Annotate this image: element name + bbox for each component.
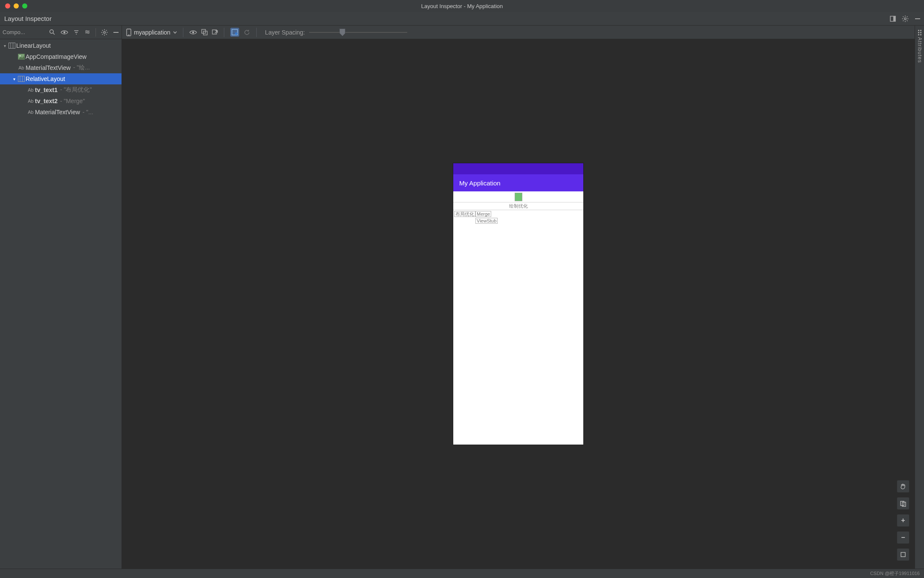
svg-rect-1 (893, 16, 895, 21)
node-suffix: - "布局优化" (58, 86, 92, 94)
canvas-toolbar: myapplication (122, 26, 915, 39)
watermark: CSDN @橙子19911016 (870, 570, 920, 577)
slider-thumb[interactable] (339, 29, 345, 36)
pan-tool-button[interactable] (897, 480, 910, 493)
device-canvas[interactable]: My Application 绘制优化 布局优化 Merge ViewStub (122, 39, 915, 569)
node-type-icon (17, 54, 26, 60)
node-type-icon (8, 43, 16, 49)
rotate-3d-button[interactable] (897, 497, 910, 510)
attributes-label: Attributes (917, 35, 923, 63)
zoom-fit-button[interactable] (897, 548, 910, 561)
tree-row[interactable]: AbMaterialTextView - "绘... (0, 62, 122, 73)
node-type-icon: Ab (26, 98, 35, 104)
node-suffix: - "... (80, 109, 93, 116)
expand-arrow-icon[interactable]: ▾ (11, 77, 17, 81)
process-selector[interactable]: myapplication (126, 29, 177, 36)
expand-arrow-icon[interactable]: ▾ (2, 43, 8, 48)
node-label: LinearLayout (16, 42, 51, 49)
toolwindow-header: Layout Inspector (0, 12, 924, 26)
visibility-icon[interactable] (61, 30, 68, 35)
svg-rect-11 (915, 18, 920, 19)
svg-line-9 (903, 20, 904, 21)
svg-point-12 (50, 30, 53, 33)
titlebar: Layout Inspector - My Application (0, 0, 924, 12)
filter-icon[interactable] (73, 29, 79, 35)
layer-spacing-label: Layer Spacing: (263, 29, 305, 36)
close-window-button[interactable] (5, 3, 10, 9)
window-mode-icon[interactable] (890, 16, 896, 22)
svg-line-13 (53, 33, 55, 35)
tree-row[interactable]: Abtv_text2 - "Merge" (0, 95, 122, 107)
attributes-icon (918, 30, 921, 35)
node-suffix: - "绘... (71, 64, 90, 72)
svg-line-10 (907, 16, 908, 17)
canvas-float-controls: + − (897, 480, 910, 561)
tree-row[interactable]: ▾LinearLayout (0, 40, 122, 51)
node-label: RelativeLayout (26, 75, 65, 82)
export-icon[interactable] (212, 29, 218, 35)
svg-point-36 (20, 55, 21, 57)
svg-line-27 (102, 30, 103, 31)
node-label: MaterialTextView (35, 109, 80, 116)
component-tree-panel: Compo... (0, 26, 122, 569)
svg-rect-37 (18, 76, 25, 82)
component-tree-title: Compo... (3, 29, 25, 35)
footer: CSDN @橙子19911016 (0, 569, 924, 578)
preview-tv-text2: Merge (475, 211, 491, 217)
zoom-out-button[interactable]: − (897, 531, 910, 544)
minimize-window-button[interactable] (14, 3, 19, 9)
node-label: tv_text2 (35, 98, 58, 104)
more-options-gear-icon[interactable] (101, 29, 108, 36)
preview-app-bar: My Application (453, 174, 583, 191)
node-type-icon: Ab (26, 110, 35, 115)
zoom-in-button[interactable]: + (897, 514, 910, 527)
overlay-icon[interactable] (201, 29, 208, 35)
svg-line-30 (106, 30, 107, 31)
node-label: MaterialTextView (26, 64, 71, 71)
phone-icon (126, 29, 131, 36)
preview-status-bar (453, 163, 583, 174)
recompose-highlight-icon[interactable] (230, 28, 239, 37)
svg-line-29 (102, 34, 103, 35)
chevron-down-icon (173, 31, 177, 34)
tree-row[interactable]: Abtv_text1 - "布局优化" (0, 84, 122, 95)
attributes-gutter[interactable]: Attributes (915, 26, 924, 569)
tree-row[interactable]: AppCompatImageView (0, 51, 122, 62)
node-label: AppCompatImageView (26, 53, 87, 60)
svg-point-42 (192, 31, 194, 33)
hide-panel-icon[interactable] (915, 16, 921, 22)
main-row: Compo... (0, 26, 924, 569)
tree-row[interactable]: AbMaterialTextView - "... (0, 107, 122, 118)
svg-line-7 (903, 16, 904, 17)
process-name: myapplication (134, 29, 171, 36)
svg-point-2 (904, 17, 906, 19)
svg-point-22 (104, 31, 105, 33)
preview-app-title: My Application (459, 179, 501, 187)
window-controls (0, 3, 27, 9)
component-tree[interactable]: ▾LinearLayoutAppCompatImageViewAbMateria… (0, 39, 122, 569)
preview-text-row: 绘制优化 (453, 202, 583, 210)
preview-imageview (515, 193, 522, 201)
search-icon[interactable] (49, 29, 55, 35)
preview-tv-text1: 布局优化 (454, 211, 475, 217)
collapse-panel-icon[interactable] (113, 29, 119, 35)
filter-options-icon[interactable] (84, 29, 90, 35)
maximize-window-button[interactable] (22, 3, 27, 9)
layer-spacing-slider[interactable] (309, 28, 407, 37)
svg-rect-51 (901, 552, 905, 557)
preview-content: 绘制优化 布局优化 Merge ViewStub (453, 191, 583, 445)
preview-viewstub: ViewStub (475, 218, 498, 224)
toolwindow-title: Layout Inspector (4, 15, 52, 22)
settings-gear-icon[interactable] (902, 15, 909, 22)
svg-line-8 (907, 20, 908, 21)
svg-point-14 (64, 31, 66, 33)
node-type-icon (17, 76, 26, 82)
svg-point-21 (87, 32, 89, 33)
tree-row[interactable]: ▾RelativeLayout (0, 73, 122, 84)
svg-rect-32 (9, 43, 15, 49)
live-updates-icon[interactable] (189, 30, 197, 35)
svg-rect-31 (113, 32, 119, 33)
preview-image-row (453, 191, 583, 202)
node-type-icon: Ab (26, 87, 35, 92)
refresh-icon[interactable] (243, 29, 250, 36)
